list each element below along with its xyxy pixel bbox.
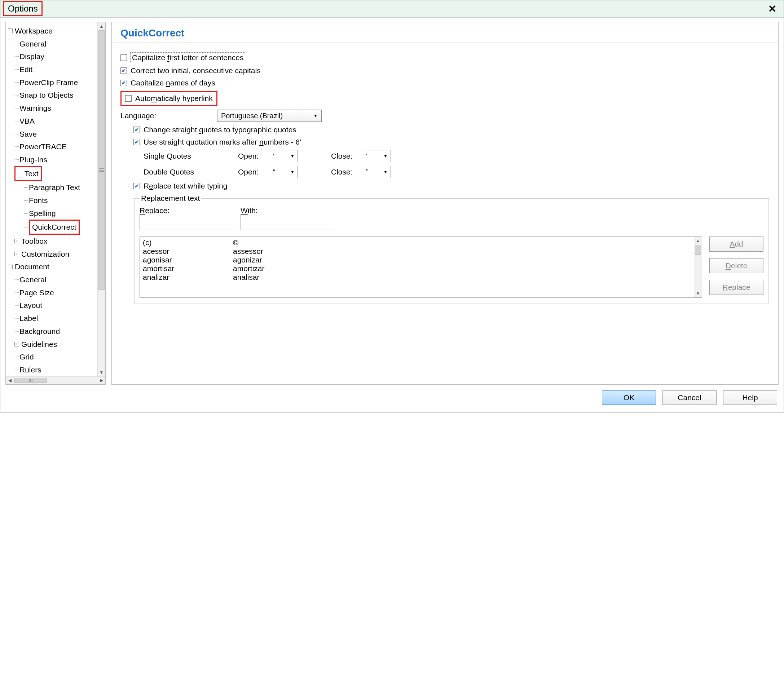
scroll-left-icon[interactable]: ◀ bbox=[6, 378, 14, 383]
straight-after-numbers-checkbox[interactable] bbox=[134, 139, 140, 145]
quickcorrect-panel: QuickCorrect Capitalize first letter of … bbox=[112, 22, 779, 385]
replacement-list[interactable]: (c)© acessorassessor agonisaragonizar am… bbox=[140, 236, 702, 298]
scroll-right-icon[interactable]: ▶ bbox=[97, 378, 105, 383]
tree-item[interactable]: Page Size bbox=[19, 286, 54, 299]
list-item: amortisaramortizar bbox=[143, 264, 691, 273]
tree-item-guidelines[interactable]: Guidelines bbox=[21, 338, 57, 351]
add-button[interactable]: Add bbox=[709, 236, 764, 252]
close-label: Close: bbox=[331, 168, 357, 176]
replace-while-typing-checkbox[interactable] bbox=[134, 183, 140, 189]
replacement-legend: Replacement text bbox=[140, 194, 201, 203]
replacement-text-group: Replacement text Replace: With: bbox=[134, 194, 769, 304]
capitalize-days-label: Capitalize names of days bbox=[131, 79, 215, 87]
list-item: acessorassessor bbox=[143, 247, 691, 256]
tree-item[interactable]: Grid bbox=[19, 350, 34, 364]
divider bbox=[112, 42, 778, 43]
with-label: With: bbox=[241, 206, 334, 215]
double-quotes-label: Double Quotes bbox=[143, 168, 201, 176]
scroll-down-icon[interactable]: ▼ bbox=[98, 368, 105, 376]
double-quote-open-select[interactable]: “▼ bbox=[270, 166, 298, 178]
replace-input[interactable] bbox=[140, 215, 233, 230]
tree-item[interactable]: Save bbox=[19, 127, 37, 141]
single-quote-open-select[interactable]: ‘▼ bbox=[270, 150, 298, 162]
tree-item[interactable]: General bbox=[19, 273, 47, 286]
caret-down-icon: ▼ bbox=[383, 169, 388, 174]
tree-item[interactable]: PowerClip Frame bbox=[19, 76, 78, 89]
expand-icon[interactable]: + bbox=[14, 342, 19, 347]
tree-item[interactable]: Warnings bbox=[19, 102, 51, 115]
straight-after-numbers-label: Use straight quotation marks after numbe… bbox=[143, 138, 301, 146]
tree-item-workspace[interactable]: Workspace bbox=[15, 25, 53, 37]
tree-item-text[interactable]: Text bbox=[25, 169, 39, 178]
single-quote-close-select[interactable]: ‘▼ bbox=[363, 150, 391, 162]
capitalize-days-checkbox[interactable] bbox=[120, 80, 127, 86]
help-button[interactable]: Help bbox=[723, 390, 777, 405]
language-select[interactable]: Portuguese (Brazil) ▼ bbox=[217, 110, 322, 122]
single-quotes-label: Single Quotes bbox=[143, 152, 201, 160]
list-item: agonisaragonizar bbox=[143, 256, 691, 264]
dialog-buttons: OK Cancel Help bbox=[0, 385, 784, 412]
correct-two-caps-label: Correct two initial, consecutive capital… bbox=[131, 66, 261, 75]
tree-vertical-scrollbar[interactable]: ▲ ▼ bbox=[97, 22, 105, 376]
expand-icon[interactable]: + bbox=[14, 239, 19, 243]
collapse-icon[interactable]: − bbox=[8, 265, 12, 269]
tree-item[interactable]: Layout bbox=[19, 299, 42, 312]
tree-item[interactable]: General bbox=[19, 37, 47, 50]
scroll-down-icon[interactable]: ▼ bbox=[694, 289, 702, 297]
tree-item-quickcorrect[interactable]: QuickCorrect bbox=[29, 219, 80, 235]
list-item: (c)© bbox=[143, 238, 691, 247]
panel-title: QuickCorrect bbox=[120, 27, 770, 41]
scroll-up-icon[interactable]: ▲ bbox=[98, 22, 105, 30]
tree-item[interactable]: Background bbox=[19, 325, 60, 338]
tree-item[interactable]: Snap to Objects bbox=[19, 89, 73, 102]
tree-item[interactable]: Spelling bbox=[29, 207, 56, 220]
tree-item-toolbox[interactable]: Toolbox bbox=[21, 235, 47, 248]
correct-two-caps-checkbox[interactable] bbox=[120, 67, 127, 74]
tree-item[interactable]: VBA bbox=[19, 115, 34, 127]
tree-horizontal-scrollbar[interactable]: ◀ ▶ bbox=[6, 376, 105, 384]
category-tree: −Workspace ┈General ┈Display ┈Edit ┈Powe… bbox=[5, 22, 106, 385]
tree-item[interactable]: PowerTRACE bbox=[19, 140, 67, 153]
tree-item[interactable]: Rulers bbox=[19, 364, 42, 376]
change-quotes-label: Change straight quotes to typographic qu… bbox=[143, 126, 296, 134]
list-item: analizaranalisar bbox=[143, 273, 691, 281]
caret-down-icon: ▼ bbox=[290, 169, 295, 174]
replace-label: Replace: bbox=[140, 206, 233, 215]
tree-item-customization[interactable]: Customization bbox=[21, 248, 69, 261]
tree-item[interactable]: Paragraph Text bbox=[29, 181, 80, 194]
caret-down-icon: ▼ bbox=[313, 113, 318, 118]
language-value: Portuguese (Brazil) bbox=[221, 112, 283, 120]
language-label: Language: bbox=[120, 111, 210, 120]
scroll-up-icon[interactable]: ▲ bbox=[694, 237, 702, 245]
titlebar: Options ✕ bbox=[0, 0, 784, 18]
capitalize-first-checkbox[interactable] bbox=[120, 54, 127, 61]
options-dialog: Options ✕ −Workspace ┈General ┈Display ┈… bbox=[0, 0, 784, 412]
replace-while-typing-label: Replace text while typing bbox=[143, 182, 227, 190]
expand-icon[interactable]: + bbox=[14, 252, 19, 256]
caret-down-icon: ▼ bbox=[383, 154, 388, 159]
ok-button[interactable]: OK bbox=[602, 390, 656, 405]
close-label: Close: bbox=[331, 152, 357, 160]
with-input[interactable] bbox=[241, 215, 334, 230]
scroll-thumb[interactable] bbox=[14, 378, 47, 383]
open-label: Open: bbox=[238, 168, 264, 176]
cancel-button[interactable]: Cancel bbox=[663, 390, 717, 405]
tree-item[interactable]: Edit bbox=[19, 63, 33, 76]
list-scrollbar[interactable]: ▲ ▼ bbox=[694, 237, 702, 297]
replace-button[interactable]: Replace bbox=[709, 280, 764, 295]
tree-item[interactable]: Label bbox=[19, 312, 38, 325]
tree-item[interactable]: Display bbox=[19, 50, 44, 63]
tree-item-document[interactable]: Document bbox=[15, 260, 50, 273]
tree-item[interactable]: Fonts bbox=[29, 194, 48, 207]
dialog-title: Options bbox=[3, 1, 42, 16]
collapse-icon[interactable]: − bbox=[8, 28, 12, 33]
auto-hyperlink-label: Automatically hyperlink bbox=[135, 94, 213, 103]
tree-item[interactable]: Plug-Ins bbox=[19, 153, 47, 166]
auto-hyperlink-checkbox[interactable] bbox=[125, 95, 132, 102]
double-quote-close-select[interactable]: ”▼ bbox=[363, 166, 391, 178]
change-quotes-checkbox[interactable] bbox=[134, 127, 140, 133]
delete-button[interactable]: Delete bbox=[709, 258, 764, 273]
scroll-thumb[interactable] bbox=[98, 30, 104, 290]
collapse-icon[interactable]: − bbox=[18, 173, 22, 177]
close-icon[interactable]: ✕ bbox=[765, 3, 779, 15]
